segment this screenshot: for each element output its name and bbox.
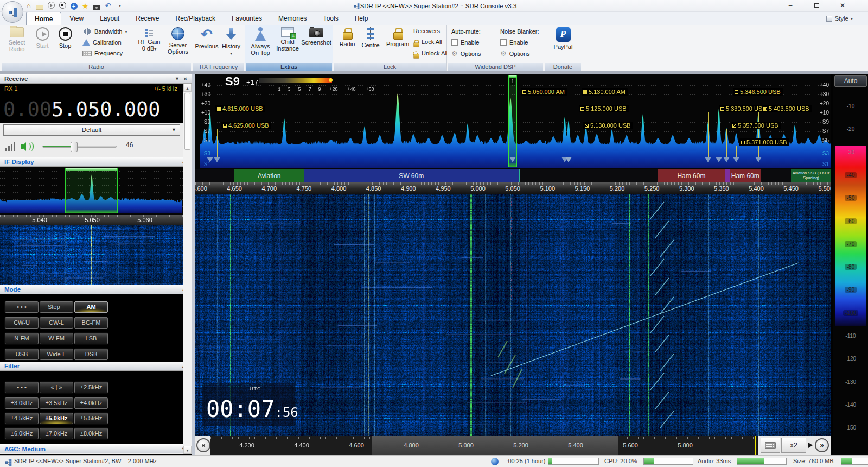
child-instance-button[interactable]: +Child Instance — [275, 26, 301, 52]
volume-slider-thumb[interactable] — [71, 142, 78, 152]
band-sw-60m[interactable]: SW 60m — [304, 169, 520, 182]
tab-favourites[interactable]: Favourites — [224, 12, 270, 25]
filter-button-4.5kHz[interactable]: ±4.5kHz — [5, 413, 39, 424]
scroll-down-icon[interactable]: ▼ — [183, 446, 192, 454]
tab-receive[interactable]: Receive — [127, 12, 167, 25]
marker-label-5403500USB[interactable]: 5.403.500 USB — [762, 105, 812, 112]
style-button[interactable]: Style▾ — [826, 14, 853, 23]
previous-button[interactable]: ↶Previous — [195, 26, 219, 49]
lock-all-button[interactable]: Lock All — [413, 37, 442, 47]
scroll-left-button[interactable]: « — [196, 438, 210, 452]
band-ham-60m[interactable]: Ham 60m — [658, 169, 725, 182]
lock-program-button[interactable]: Program — [384, 26, 411, 47]
app-menu-button[interactable] — [2, 1, 23, 23]
start-button[interactable]: Start — [31, 26, 53, 49]
filter-button-5.0kHz[interactable]: ±5.0kHz — [40, 413, 73, 424]
select-radio-button[interactable]: Select Radio — [4, 26, 29, 52]
chevron-down-icon[interactable]: ▼ — [175, 74, 180, 84]
mode-button-DSB[interactable]: DSB — [74, 349, 108, 360]
band-aviation[interactable]: Aviation — [234, 169, 304, 182]
mode-button-AM[interactable]: AM — [74, 301, 108, 313]
marker-label-5125000USB[interactable]: 5.125.000 USB — [579, 105, 629, 112]
speaker-icon[interactable] — [21, 142, 33, 152]
filter-button-[interactable]: • • • — [5, 382, 39, 393]
filter-button-2.5kHz[interactable]: ±2.5kHz — [74, 382, 108, 393]
mode-button-BCFM[interactable]: BC-FM — [74, 317, 108, 329]
frequency-display[interactable]: RX 1 +/- 5 kHz 0.005.050.000 — [0, 84, 183, 123]
volume-slider[interactable] — [42, 146, 117, 148]
filter-button-5.5kHz[interactable]: ±5.5kHz — [74, 413, 108, 424]
band-ham-60m[interactable]: Ham 60m — [730, 169, 761, 182]
scroll-right-button[interactable]: » — [815, 438, 829, 452]
marker-label-5330500USB[interactable]: 5.330.500 USB — [719, 105, 769, 112]
tab-help[interactable]: Help — [347, 12, 376, 25]
panel-scrollbar[interactable]: ▲ ▼ — [183, 84, 192, 454]
auto-mute-enable-checkbox[interactable]: Enable — [451, 37, 479, 47]
marker-label-5371000USB[interactable]: 5.371.000 USB — [739, 138, 789, 146]
mode-button-NFM[interactable]: N-FM — [5, 333, 39, 344]
mode-button-CWL[interactable]: CW-L — [40, 317, 73, 329]
mode-button-USB[interactable]: USB — [5, 349, 39, 360]
if-waterfall-canvas[interactable] — [0, 225, 183, 285]
receive-panel-header[interactable]: Receive▼✕ — [0, 74, 192, 84]
mode-button-WFM[interactable]: W-FM — [40, 333, 73, 344]
navigator-strip[interactable]: 4.2004.4004.6004.8005.0005.2005.4005.600… — [210, 436, 757, 455]
band-navigator[interactable]: 4.2004.4004.6004.8005.0005.2005.4005.600… — [195, 436, 831, 455]
mode-button-WideL[interactable]: Wide-L — [40, 349, 73, 360]
close-button[interactable]: ✕ — [835, 1, 850, 10]
noise-blanker-enable-checkbox[interactable]: Enable — [500, 37, 528, 47]
band-aviation-ssb-3-khz-spacing-[interactable]: Aviation SSB (3 KHz Spacing) — [791, 169, 831, 182]
marker-label-5130000USB[interactable]: 5.130.000 USB — [583, 122, 633, 129]
marker-label-4625000USB[interactable]: 4.625.000 USB — [221, 122, 271, 129]
server-options-button[interactable]: Server Options — [165, 26, 191, 55]
scrollbar-thumb[interactable] — [184, 93, 190, 150]
tab-tools[interactable]: Tools — [315, 12, 347, 25]
if-waterfall[interactable] — [0, 225, 183, 285]
filter-button-8.0kHz[interactable]: ±8.0kHz — [74, 428, 108, 439]
marker-label-5357000USB[interactable]: 5.357.000 USB — [731, 122, 781, 129]
close-icon[interactable]: ✕ — [183, 74, 188, 84]
frequency-axis[interactable]: 4.6004.6504.7004.7504.8004.8504.9004.950… — [195, 182, 831, 194]
history-button[interactable]: History▾ — [220, 26, 242, 57]
scroll-up-icon[interactable]: ▲ — [183, 84, 192, 92]
filter-header[interactable]: Filter▲ — [0, 362, 192, 371]
if-display-header[interactable]: IF Display▲ — [0, 157, 192, 167]
stop-button[interactable]: Stop — [54, 26, 76, 49]
mode-button-LSB[interactable]: LSB — [74, 333, 108, 344]
profile-dropdown[interactable]: Default▼ — [3, 124, 180, 136]
paypal-button[interactable]: PPayPal — [550, 26, 576, 50]
panel-splitter[interactable] — [192, 74, 195, 455]
calibration-button[interactable]: Calibration — [82, 37, 122, 47]
equalizer-icon[interactable] — [5, 142, 16, 151]
filter-button-7.0kHz[interactable]: ±7.0kHz — [40, 428, 73, 439]
tab-layout[interactable]: Layout — [92, 12, 127, 25]
mode-button-CWU[interactable]: CW-U — [5, 317, 39, 329]
mode-button-Step[interactable]: Step ≡ — [40, 301, 73, 313]
if-spectrum[interactable] — [0, 167, 183, 215]
play-forward-icon[interactable] — [808, 443, 813, 448]
marker-label-4615000USB[interactable]: 4.615.000 USB — [215, 105, 265, 112]
frequency-button[interactable]: Frequency — [82, 48, 123, 58]
tab-home[interactable]: Home — [26, 12, 61, 25]
band-segment[interactable] — [725, 169, 730, 182]
lock-centre-button[interactable]: Centre — [359, 26, 382, 48]
tab-rec-playback[interactable]: Rec/Playback — [168, 12, 224, 25]
frequency-digits[interactable]: 0.005.050.000 — [3, 98, 161, 121]
unlock-all-button[interactable]: Unlock All — [413, 48, 448, 58]
frequency-keyboard-button[interactable] — [761, 438, 780, 453]
filter-button-4.0kHz[interactable]: ±4.0kHz — [74, 397, 108, 409]
if-passband-selection[interactable] — [65, 168, 118, 213]
rf-gain-button[interactable]: RF Gain0 dB▾ — [136, 26, 163, 53]
bandwidth-button[interactable]: Bandwidth▾ — [82, 27, 127, 36]
filter-button-3.0kHz[interactable]: ±3.0kHz — [5, 397, 39, 409]
minimize-button[interactable]: – — [783, 1, 798, 10]
noise-blanker-options-button[interactable]: ⚙Options — [500, 49, 530, 59]
tab-view[interactable]: View — [61, 12, 92, 25]
always-on-top-button[interactable]: Always On Top — [247, 26, 273, 56]
agc-header[interactable]: AGC: Medium▼ — [0, 444, 192, 453]
maximize-button[interactable] — [809, 1, 824, 10]
auto-range-button[interactable]: Auto — [834, 75, 867, 87]
main-waterfall[interactable]: UTC 00:07:56 — [195, 194, 831, 436]
main-spectrum[interactable]: S9 +17 13579+20+40+60 1 +40+40+30+30+20+… — [195, 74, 831, 169]
filter-button-6.0kHz[interactable]: ±6.0kHz — [5, 428, 39, 439]
